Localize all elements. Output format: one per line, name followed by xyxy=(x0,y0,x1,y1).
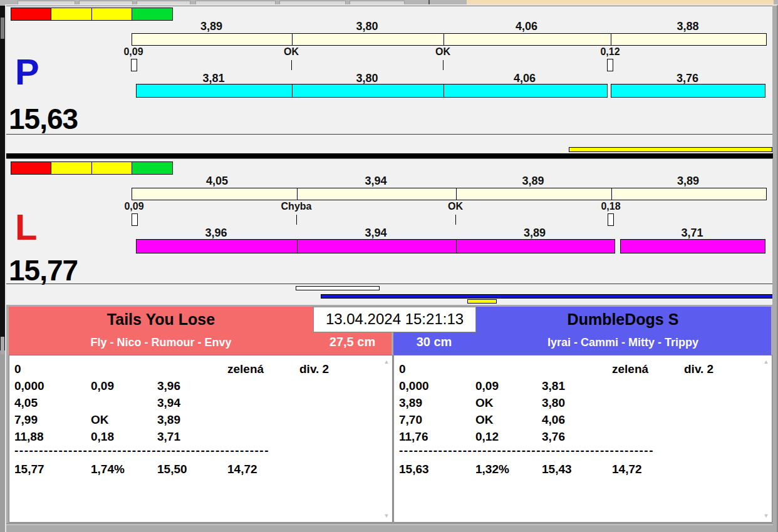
scroll-up-icon[interactable]: ▲ xyxy=(382,358,391,366)
scroll-up-icon[interactable]: ▲ xyxy=(762,358,770,366)
split-cell: 3,94 xyxy=(157,396,180,410)
segment-time-label: 3,89 xyxy=(455,227,614,240)
segment-time-label: 4,05 xyxy=(138,175,296,188)
marker-box-icon xyxy=(607,59,613,71)
reference-segments-bar xyxy=(132,188,767,200)
split-cell: 11,76 xyxy=(399,430,428,444)
segment-time-label: 4,06 xyxy=(443,20,610,33)
lane-total-time: 15,63 xyxy=(9,105,78,133)
status-block-green xyxy=(132,8,173,21)
segment-time-label: 3,71 xyxy=(620,227,764,240)
status-block-yellow xyxy=(51,161,92,175)
lane-l-panel: 4,05 3,94 3,89 3,89 0,09 Chyba OK 0,18 3… xyxy=(6,158,772,305)
division: div. 2 xyxy=(299,362,329,376)
lane-total-time: 15,77 xyxy=(9,256,78,285)
total-time: 15,77 xyxy=(14,463,44,476)
split-cell: 3,76 xyxy=(542,430,565,444)
split-cell: 0,000 xyxy=(14,379,44,393)
crossing-marker-label: OK xyxy=(440,201,471,212)
marker-box-icon xyxy=(608,213,614,226)
reference-segments-bar xyxy=(132,33,767,46)
statusbar-line xyxy=(6,523,773,524)
scroll-down-icon[interactable]: ▼ xyxy=(382,512,391,519)
split-cell: 0,000 xyxy=(399,379,429,393)
team-name: Tails You Lose xyxy=(9,310,313,329)
team-members: Iyrai - Cammi - Mitty - Trippy xyxy=(475,336,771,349)
teams-section: Tails You Lose Fly - Nico - Rumour - Env… xyxy=(6,305,773,532)
progress-bar-white xyxy=(296,286,380,290)
segment-time-label: 3,89 xyxy=(132,20,291,33)
background-window-edge-dark xyxy=(0,0,5,350)
penalty-count: 0 xyxy=(14,362,21,376)
statusbar-line xyxy=(6,524,773,525)
status-block-red xyxy=(11,8,51,21)
split-cell: 3,80 xyxy=(542,396,565,410)
lane-letter: L xyxy=(15,209,37,245)
status-block-green xyxy=(132,161,173,175)
progress-bar-yellow xyxy=(569,147,772,152)
total-net: 15,50 xyxy=(157,463,187,476)
total-best: 14,72 xyxy=(612,463,642,476)
scroll-down-icon[interactable]: ▼ xyxy=(762,512,770,519)
split-cell: 3,71 xyxy=(157,430,180,444)
lane-letter: P xyxy=(15,54,39,90)
split-cell: 4,06 xyxy=(542,413,565,427)
segment-divider xyxy=(443,84,444,97)
status-block-red xyxy=(11,161,51,175)
total-best: 14,72 xyxy=(227,463,257,476)
split-cell: 11,88 xyxy=(14,430,44,444)
status-block-yellow xyxy=(91,8,132,21)
split-cell: OK xyxy=(91,413,109,427)
team-members: Fly - Nico - Rumour - Envy xyxy=(9,336,313,349)
run-segments-bar xyxy=(136,84,608,98)
total-net: 15,43 xyxy=(542,463,572,476)
split-cell: 7,70 xyxy=(399,413,422,427)
timing-app-screen: 3,89 3,80 4,06 3,88 0,09 OK OK 0,12 3,81… xyxy=(0,0,778,532)
segment-divider xyxy=(292,34,293,45)
segment-time-label: 3,89 xyxy=(455,175,611,188)
segment-divider xyxy=(456,240,457,253)
crossing-marker-label: 0,18 xyxy=(595,201,626,212)
segment-divider xyxy=(297,240,298,253)
jump-height: 30 cm xyxy=(393,335,475,349)
split-cell: 7,99 xyxy=(14,413,38,427)
split-cell: 3,81 xyxy=(542,379,565,393)
run-segments-bar xyxy=(136,239,615,253)
marker-tick-icon xyxy=(296,215,297,225)
segment-divider xyxy=(611,34,611,45)
team-name: DumbleDogs S xyxy=(475,310,771,329)
separator-line xyxy=(6,284,772,284)
marker-tick-icon xyxy=(443,60,443,70)
run-segments-bar-last xyxy=(611,84,765,98)
progress-bar-yellow-small xyxy=(467,299,497,304)
date-time-display: 13.04.2024 15:21:13 xyxy=(313,307,476,332)
split-cell: 3,96 xyxy=(157,379,180,393)
status-block-yellow xyxy=(51,8,92,21)
results-separator: ----------------------------------------… xyxy=(399,444,654,458)
crossing-marker-label: OK xyxy=(427,46,459,58)
segment-time-label: 3,76 xyxy=(611,72,764,85)
crossing-marker-label: 0,12 xyxy=(594,46,626,58)
segment-divider xyxy=(611,188,612,200)
split-cell: 4,05 xyxy=(14,396,38,410)
progress-bar-blue xyxy=(321,294,772,299)
marker-box-icon xyxy=(131,59,137,71)
run-segments-bar-last xyxy=(620,239,765,253)
total-percent: 1,74% xyxy=(91,463,125,476)
segment-time-label: 3,80 xyxy=(291,20,443,33)
crossing-marker-label: OK xyxy=(276,46,307,58)
crossing-marker-label: 0,09 xyxy=(118,46,149,58)
split-cell: 0,12 xyxy=(475,430,499,444)
segment-time-label: 3,89 xyxy=(611,175,765,188)
crossing-marker-label: Chyba xyxy=(274,201,318,212)
segment-time-label: 3,94 xyxy=(296,227,455,240)
background-window-edge xyxy=(0,0,5,532)
team-right-results: 0 zelená div. 2 0,000 0,09 3,81 3,89 OK … xyxy=(393,355,772,523)
segment-divider xyxy=(292,84,293,97)
background-window-edge-notch xyxy=(1,18,4,39)
separator-line xyxy=(6,134,772,135)
marker-tick-icon xyxy=(455,215,456,225)
background-window-edge-notch xyxy=(1,337,4,354)
segment-divider xyxy=(297,188,298,200)
split-cell: 0,09 xyxy=(91,379,114,393)
